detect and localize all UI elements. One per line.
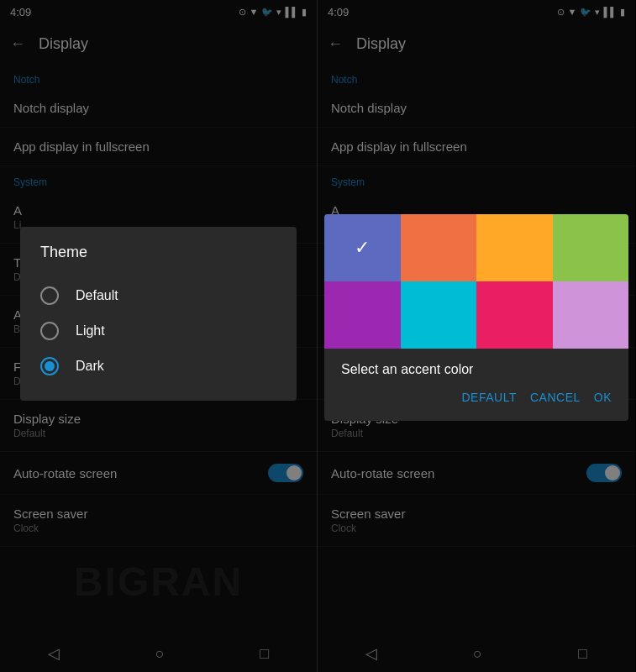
color-cell-indigo[interactable]: ✓ [324, 214, 401, 281]
color-cell-orange[interactable] [401, 214, 477, 281]
theme-dialog: Theme Default Light Dark [20, 227, 297, 401]
left-phone-panel: 4:09 ⊙ ▼ 🐦 ▾ ▌▌ ▮ ← Display Notch Notch … [0, 0, 318, 672]
color-picker-dialog: ✓ Select an accent color DEFAULT CANCEL … [324, 214, 628, 421]
color-cell-green[interactable] [553, 214, 629, 281]
color-cell-pink[interactable] [476, 281, 553, 349]
theme-option-default[interactable]: Default [40, 278, 276, 313]
radio-light[interactable] [40, 322, 59, 340]
radio-light-label: Light [76, 323, 105, 339]
radio-dark-inner [45, 361, 55, 371]
theme-option-light[interactable]: Light [40, 313, 276, 349]
color-dialog-title: Select an accent color [341, 362, 612, 377]
radio-dark-label: Dark [76, 359, 104, 374]
color-grid: ✓ [324, 214, 628, 349]
theme-option-dark[interactable]: Dark [40, 349, 276, 384]
color-cell-lavender[interactable] [553, 281, 629, 349]
color-cell-purple[interactable] [324, 281, 401, 349]
radio-dark[interactable] [40, 357, 59, 375]
color-dialog-cancel-btn[interactable]: CANCEL [530, 387, 581, 407]
right-phone-panel: 4:09 ⊙ ▼ 🐦 ▾ ▌▌ ▮ ← Display Notch Notch … [318, 0, 635, 672]
color-cell-amber[interactable] [476, 214, 553, 281]
color-dialog-default-btn[interactable]: DEFAULT [461, 387, 516, 407]
check-mark-indigo: ✓ [355, 237, 370, 259]
dialog-overlay-left[interactable]: Theme Default Light Dark [0, 0, 317, 672]
color-dialog-ok-btn[interactable]: OK [594, 387, 612, 407]
theme-dialog-title: Theme [40, 244, 276, 261]
color-dialog-overlay[interactable]: ✓ Select an accent color DEFAULT CANCEL … [318, 0, 635, 672]
color-dialog-body: Select an accent color DEFAULT CANCEL OK [324, 349, 628, 421]
color-cell-cyan[interactable] [401, 281, 477, 349]
radio-default-label: Default [76, 288, 118, 303]
color-dialog-actions: DEFAULT CANCEL OK [341, 387, 612, 407]
radio-default[interactable] [40, 286, 59, 305]
